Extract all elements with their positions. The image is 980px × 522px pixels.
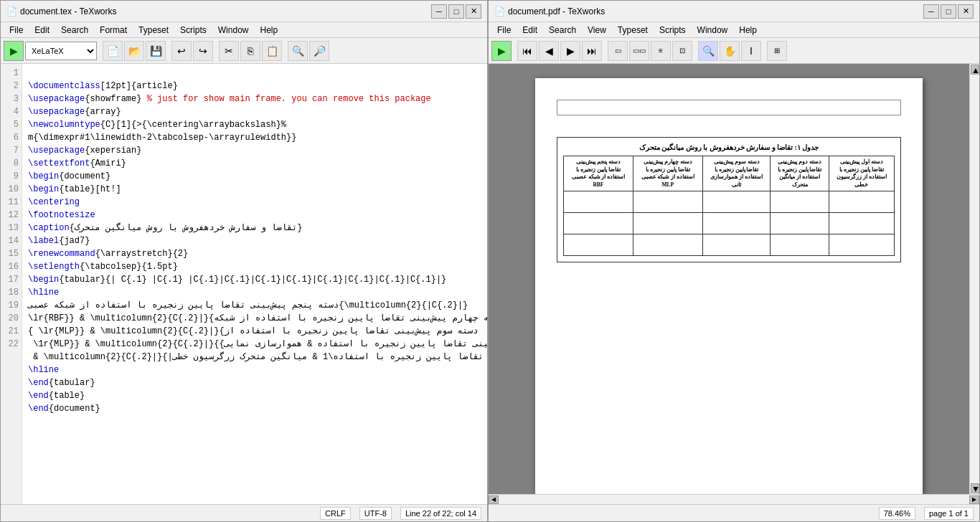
zoom-button[interactable]: 🔎 xyxy=(309,41,329,61)
table-cell xyxy=(771,191,829,213)
hand-tool-button[interactable]: ✋ xyxy=(720,41,740,61)
table-cell xyxy=(633,234,702,256)
scroll-right-arrow[interactable]: ▶ xyxy=(969,495,979,504)
pdf-close-button[interactable]: ✕ xyxy=(958,4,974,19)
menu-scripts[interactable]: Scripts xyxy=(174,24,212,37)
copy-button[interactable]: ⎘ xyxy=(240,41,260,61)
pdf-viewer-window: 📄 document.pdf - TeXworks ─ □ ✕ File Edi… xyxy=(488,0,980,522)
scroll-up-arrow[interactable]: ▲ xyxy=(971,65,979,75)
fit-button[interactable]: ⊡ xyxy=(672,41,692,61)
pdf-scrollbar-bottom[interactable]: ◀ ▶ xyxy=(489,494,979,504)
single-page-button[interactable]: ▭ xyxy=(608,41,628,61)
table-cell xyxy=(564,213,633,234)
tex-close-button[interactable]: ✕ xyxy=(466,4,481,19)
run-button[interactable]: ▶ xyxy=(4,41,24,61)
menu-file[interactable]: File xyxy=(4,24,29,37)
table-cell xyxy=(633,213,702,234)
pdf-menu-typeset[interactable]: Typeset xyxy=(612,24,654,37)
pdf-status-bar: 78.46% page 1 of 1 xyxy=(489,504,979,521)
pdf-menu-file[interactable]: File xyxy=(491,24,517,37)
pdf-menu-search[interactable]: Search xyxy=(543,24,582,37)
scroll-down-arrow[interactable]: ▼ xyxy=(971,483,979,493)
code-editor[interactable]: \documentclass[12pt]{article} \usepackag… xyxy=(22,64,487,504)
pdf-search-bar[interactable] xyxy=(557,100,901,115)
compiler-select[interactable]: XeLaTeX pdfLaTeX LuaLaTeX xyxy=(25,42,97,60)
page-indicator: page 1 of 1 xyxy=(924,507,974,520)
pdf-table-wrapper: جدول ۱: تقاضا و سفارش خردهفروش با روش می… xyxy=(557,137,901,262)
pdf-run-button[interactable]: ▶ xyxy=(491,41,512,61)
encoding-indicator: UTF-8 xyxy=(359,507,392,520)
pdf-win-controls: ─ □ ✕ xyxy=(923,4,974,19)
table-header-row: دسته اول پیش‌بینیتقاضا پایین زنجیره بااس… xyxy=(564,156,895,191)
first-page-button[interactable]: ⏮ xyxy=(517,41,537,61)
pdf-view-container: جدول ۱: تقاضا و سفارش خردهفروش با روش می… xyxy=(489,64,979,494)
pdf-window-icon: 📄 xyxy=(494,6,505,16)
next-page-button[interactable]: ▶ xyxy=(560,41,580,61)
table-cell xyxy=(564,191,633,213)
tex-minimize-button[interactable]: ─ xyxy=(431,4,447,19)
sync-button[interactable]: ⊞ xyxy=(767,41,787,61)
select-text-button[interactable]: I xyxy=(741,41,761,61)
tex-maximize-button[interactable]: □ xyxy=(448,4,464,19)
zoom-level: 78.46% xyxy=(879,507,915,520)
col-header-1: دسته اول پیش‌بینیتقاضا پایین زنجیره بااس… xyxy=(829,156,894,191)
table-row xyxy=(564,191,895,213)
pdf-data-table: دسته اول پیش‌بینیتقاضا پایین زنجیره بااس… xyxy=(563,156,895,256)
col-header-3: دسته سوم پیش‌بینیتقاضا پایین زنجیره بااس… xyxy=(702,156,771,191)
table-cell xyxy=(829,234,894,256)
scroll-track[interactable] xyxy=(970,75,979,483)
table-cell xyxy=(771,213,829,234)
pdf-menu-bar: File Edit Search View Typeset Scripts Wi… xyxy=(489,22,979,38)
tex-toolbar: ▶ XeLaTeX pdfLaTeX LuaLaTeX 📄 📂 💾 ↩ ↪ ✂ … xyxy=(1,38,487,64)
paste-button[interactable]: 📋 xyxy=(262,41,282,61)
menu-edit[interactable]: Edit xyxy=(29,24,55,37)
table-cell xyxy=(829,213,894,234)
prev-page-button[interactable]: ◀ xyxy=(539,41,559,61)
col-header-4: دسته چهارم پیش‌بینیتقاضا پایین زنجیره با… xyxy=(633,156,702,191)
pdf-title-bar: 📄 document.pdf - TeXworks ─ □ ✕ xyxy=(489,1,979,22)
line-numbers: 12345678910111213141516171819202122 xyxy=(1,64,22,504)
menu-help[interactable]: Help xyxy=(254,24,283,37)
zoom-magnify-button[interactable]: 🔍 xyxy=(698,41,718,61)
pdf-maximize-button[interactable]: □ xyxy=(941,4,956,19)
redo-button[interactable]: ↪ xyxy=(193,41,213,61)
continuous-button[interactable]: ≡ xyxy=(651,41,671,61)
tex-window-title: document.tex - TeXworks xyxy=(20,6,431,16)
last-page-button[interactable]: ⏭ xyxy=(582,41,602,61)
open-button[interactable]: 📂 xyxy=(124,41,144,61)
table-cell xyxy=(633,191,702,213)
new-button[interactable]: 📄 xyxy=(103,41,123,61)
search-button[interactable]: 🔍 xyxy=(288,41,308,61)
table-row xyxy=(564,213,895,234)
table-cell xyxy=(771,234,829,256)
table-cell xyxy=(702,234,771,256)
save-button[interactable]: 💾 xyxy=(146,41,166,61)
two-page-button[interactable]: ▭▭ xyxy=(629,41,649,61)
pdf-toolbar: ▶ ⏮ ◀ ▶ ⏭ ▭ ▭▭ ≡ ⊡ 🔍 ✋ I ⊞ xyxy=(489,38,979,64)
table-cell xyxy=(829,191,894,213)
pdf-scrollbar-right[interactable]: ▲ ▼ xyxy=(969,64,979,494)
table-cell xyxy=(702,213,771,234)
col-header-2: دسته دوم پیش‌بینیتقاضا پایین زنجیره بااس… xyxy=(771,156,829,191)
editor-area: 12345678910111213141516171819202122 \doc… xyxy=(1,64,487,504)
tex-title-bar: 📄 document.tex - TeXworks ─ □ ✕ xyxy=(1,1,487,22)
scroll-left-arrow[interactable]: ◀ xyxy=(489,495,499,504)
menu-window[interactable]: Window xyxy=(212,24,255,37)
cut-button[interactable]: ✂ xyxy=(219,41,239,61)
cursor-position: Line 22 of 22; col 14 xyxy=(400,507,481,520)
menu-typeset[interactable]: Typeset xyxy=(133,24,174,37)
line-ending-indicator: CRLF xyxy=(320,507,351,520)
menu-search[interactable]: Search xyxy=(55,24,94,37)
pdf-minimize-button[interactable]: ─ xyxy=(923,4,939,19)
pdf-menu-help[interactable]: Help xyxy=(733,24,763,37)
undo-button[interactable]: ↩ xyxy=(171,41,192,61)
pdf-window-title: document.pdf - TeXworks xyxy=(508,6,923,16)
pdf-menu-edit[interactable]: Edit xyxy=(517,24,543,37)
menu-format[interactable]: Format xyxy=(94,24,133,37)
pdf-menu-scripts[interactable]: Scripts xyxy=(654,24,692,37)
pdf-menu-window[interactable]: Window xyxy=(692,24,734,37)
pdf-menu-view[interactable]: View xyxy=(582,24,612,37)
tex-window-icon: 📄 xyxy=(6,6,17,16)
pdf-scroll-area[interactable]: جدول ۱: تقاضا و سفارش خردهفروش با روش می… xyxy=(489,64,969,494)
tex-menu-bar: File Edit Search Format Typeset Scripts … xyxy=(1,22,487,38)
